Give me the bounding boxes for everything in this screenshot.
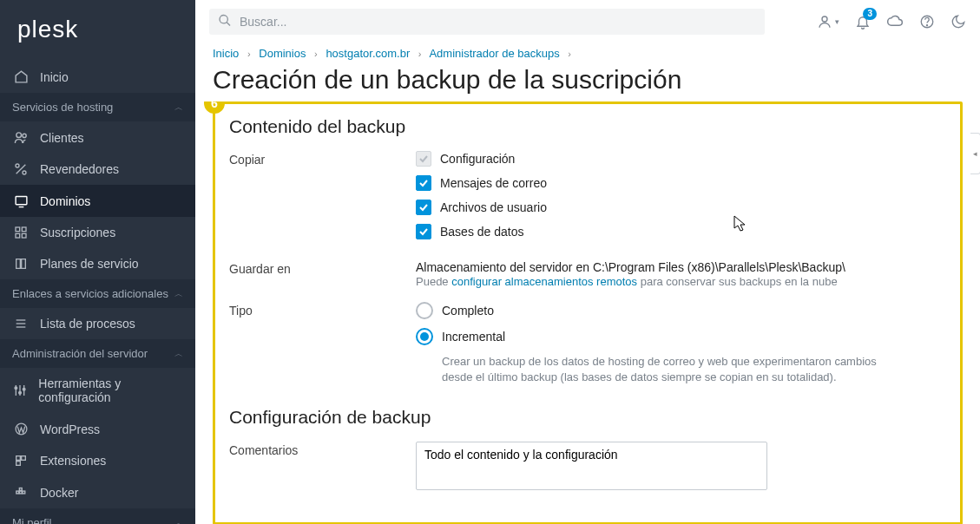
chevron-up-icon: ︿ bbox=[174, 517, 183, 525]
sidebar-item-label: Planes de servicio bbox=[40, 257, 139, 271]
svg-point-2 bbox=[16, 164, 19, 167]
checkbox-icon bbox=[416, 200, 431, 215]
sidebar-section-perfil[interactable]: Mi perfil ︿ bbox=[0, 508, 195, 524]
theme-toggle-icon[interactable] bbox=[950, 14, 966, 29]
sidebar: plesk ◂ Inicio Servicios de hosting ︿ Cl… bbox=[0, 0, 195, 524]
radio-incremental[interactable]: Incremental bbox=[416, 328, 946, 345]
grid-icon bbox=[12, 226, 30, 239]
checkbox-mensajes-correo[interactable]: Mensajes de correo bbox=[416, 175, 946, 191]
comments-textarea[interactable] bbox=[416, 442, 767, 490]
label-comentarios: Comentarios bbox=[229, 442, 416, 457]
sidebar-item-wordpress[interactable]: WordPress bbox=[0, 413, 195, 445]
sidebar-item-dominios[interactable]: Dominios bbox=[0, 185, 195, 217]
sidebar-item-label: Dominios bbox=[40, 194, 90, 208]
sidebar-item-label: Docker bbox=[40, 486, 78, 500]
breadcrumb: Inicio › Dominios › hostgator.com.br › A… bbox=[195, 42, 980, 62]
sidebar-item-suscripciones[interactable]: Suscripciones bbox=[0, 217, 195, 248]
sidebar-item-label: Clientes bbox=[40, 131, 84, 145]
sidebar-item-docker[interactable]: Docker bbox=[0, 476, 195, 508]
plesk-logo: plesk bbox=[0, 0, 195, 61]
svg-rect-27 bbox=[19, 488, 22, 491]
svg-rect-22 bbox=[22, 456, 26, 461]
svg-line-29 bbox=[227, 23, 230, 26]
checkbox-configuracion: Configuración bbox=[416, 151, 946, 167]
sidebar-item-revendedores[interactable]: Revendedores bbox=[0, 154, 195, 185]
svg-rect-8 bbox=[22, 227, 26, 232]
link-config-remote-storage[interactable]: configurar almacenamientos remotos bbox=[451, 275, 637, 288]
radio-completo[interactable]: Completo bbox=[416, 302, 946, 319]
chevron-down-icon: ▾ bbox=[835, 17, 839, 26]
puzzle-icon bbox=[12, 454, 30, 468]
sidebar-item-extensiones[interactable]: Extensiones bbox=[0, 445, 195, 476]
svg-point-30 bbox=[822, 16, 827, 22]
sidebar-section-admin[interactable]: Administración del servidor ︿ bbox=[0, 339, 195, 368]
svg-point-0 bbox=[16, 133, 21, 138]
sidebar-item-clientes[interactable]: Clientes bbox=[0, 121, 195, 154]
checkbox-archivos-usuario[interactable]: Archivos de usuario bbox=[416, 200, 946, 215]
svg-point-28 bbox=[220, 16, 227, 23]
label-tipo: Tipo bbox=[229, 302, 416, 318]
cloud-icon[interactable] bbox=[886, 13, 904, 30]
svg-rect-24 bbox=[16, 491, 18, 494]
sidebar-item-label: WordPress bbox=[40, 422, 100, 436]
sidebar-item-label: Lista de procesos bbox=[40, 317, 135, 331]
percent-icon bbox=[12, 162, 30, 176]
chevron-up-icon: ︿ bbox=[174, 348, 183, 360]
home-icon bbox=[12, 69, 30, 84]
list-icon bbox=[12, 317, 30, 331]
wordpress-icon bbox=[12, 422, 30, 436]
user-menu[interactable]: ▾ bbox=[817, 14, 839, 29]
breadcrumb-backup-admin[interactable]: Administrador de backups bbox=[429, 47, 559, 60]
notifications-badge: 3 bbox=[863, 8, 877, 20]
storage-hint: Puede configurar almacenamientos remotos… bbox=[416, 274, 946, 290]
chevron-right-icon: › bbox=[418, 49, 422, 59]
sidebar-item-herramientas[interactable]: Herramientas y configuración bbox=[0, 368, 195, 413]
svg-rect-26 bbox=[22, 491, 24, 494]
search-input[interactable] bbox=[209, 9, 765, 35]
checkbox-bases-datos[interactable]: Bases de datos bbox=[416, 224, 946, 239]
storage-path: Almacenamiento del servidor en C:\Progra… bbox=[416, 260, 946, 274]
docker-icon bbox=[12, 485, 30, 500]
sidebar-item-label: Inicio bbox=[40, 70, 69, 84]
sidebar-item-label: Suscripciones bbox=[40, 226, 115, 239]
chevron-up-icon: ︿ bbox=[174, 102, 183, 114]
page-title: Creación de un backup de la suscripción bbox=[195, 62, 980, 102]
search-icon bbox=[218, 14, 232, 30]
breadcrumb-inicio[interactable]: Inicio bbox=[213, 47, 239, 60]
highlight-number: 6 bbox=[204, 102, 225, 114]
svg-point-3 bbox=[23, 171, 26, 174]
label-guardar-en: Guardar en bbox=[229, 260, 416, 276]
checkbox-icon bbox=[416, 175, 431, 191]
breadcrumb-dominios[interactable]: Dominios bbox=[259, 47, 306, 60]
sidebar-item-procesos[interactable]: Lista de procesos bbox=[0, 308, 195, 339]
svg-point-1 bbox=[22, 134, 25, 137]
sidebar-item-label: Herramientas y configuración bbox=[38, 377, 183, 404]
sidebar-item-label: Extensiones bbox=[40, 454, 106, 468]
chevron-right-icon: › bbox=[314, 49, 318, 59]
checkbox-icon bbox=[416, 151, 431, 167]
notifications-button[interactable]: 3 bbox=[855, 14, 871, 29]
svg-point-19 bbox=[23, 388, 25, 390]
svg-rect-21 bbox=[16, 456, 21, 461]
breadcrumb-domain[interactable]: hostgator.com.br bbox=[326, 47, 410, 60]
sidebar-section-enlaces[interactable]: Enlaces a servicios adicionales ︿ bbox=[0, 279, 195, 308]
svg-point-17 bbox=[19, 391, 22, 394]
chevron-up-icon: ︿ bbox=[174, 288, 183, 300]
sidebar-item-label: Revendedores bbox=[40, 162, 119, 176]
radio-icon bbox=[416, 302, 433, 319]
help-icon[interactable] bbox=[919, 14, 935, 29]
radio-icon bbox=[416, 328, 433, 345]
sliders-icon bbox=[12, 383, 28, 397]
svg-rect-7 bbox=[16, 227, 20, 232]
sidebar-section-hosting[interactable]: Servicios de hosting ︿ bbox=[0, 93, 195, 121]
svg-rect-9 bbox=[16, 233, 20, 238]
main: ▾ 3 Inicio › Dominios › bbox=[195, 0, 980, 524]
sidebar-item-inicio[interactable]: Inicio bbox=[0, 61, 195, 93]
section-title-contenido: Contenido del backup bbox=[229, 116, 946, 137]
tipo-hint: Crear un backup de los datos de hosting … bbox=[442, 354, 893, 385]
svg-point-32 bbox=[926, 25, 927, 26]
svg-rect-10 bbox=[22, 233, 26, 238]
sidebar-item-planes[interactable]: Planes de servicio bbox=[0, 248, 195, 279]
checkbox-icon bbox=[416, 224, 431, 239]
svg-rect-5 bbox=[16, 197, 27, 205]
